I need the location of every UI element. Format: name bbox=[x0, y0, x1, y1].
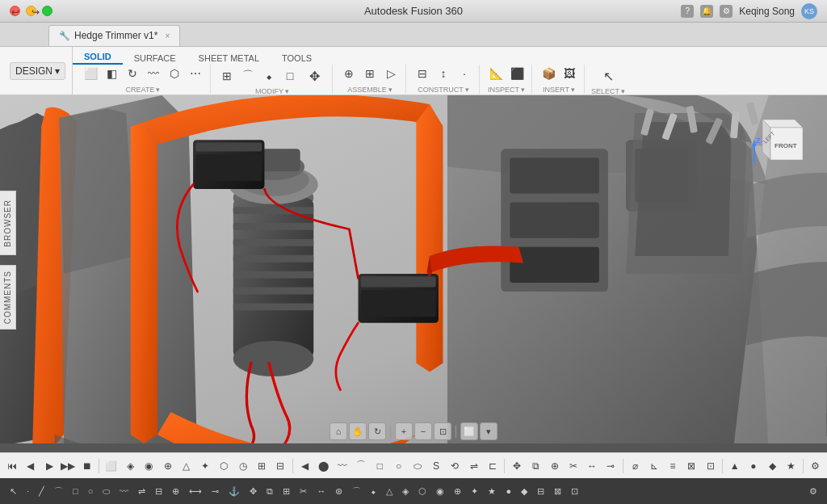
tab-solid[interactable]: SOLID bbox=[73, 50, 123, 65]
toolbar-icon-25[interactable]: ✂ bbox=[565, 457, 581, 475]
insert-mcmaster-button[interactable]: 📦 bbox=[539, 65, 558, 82]
status-icon-mirror[interactable]: ⇌ bbox=[135, 482, 149, 500]
help-icon[interactable]: ? bbox=[681, 5, 694, 18]
status-icon-extra9[interactable]: ◆ bbox=[518, 482, 531, 500]
fillet-button[interactable]: ⌒ bbox=[238, 67, 258, 85]
create-more-button[interactable]: ⋯ bbox=[186, 65, 205, 82]
status-icon-scale[interactable]: ⊞ bbox=[279, 482, 293, 500]
status-settings-button[interactable]: ⚙ bbox=[806, 482, 821, 500]
nav-display-chevron[interactable]: ▾ bbox=[480, 422, 497, 440]
sidebar-browser[interactable]: BROWSER bbox=[0, 191, 16, 255]
toolbar-icon-31[interactable]: ⊠ bbox=[683, 457, 700, 475]
toolbar-icon-36[interactable]: ★ bbox=[783, 457, 800, 475]
toolbar-icon-9[interactable]: ⊞ bbox=[253, 457, 270, 475]
shell-button[interactable]: □ bbox=[280, 67, 300, 85]
axis-button[interactable]: ↕ bbox=[434, 65, 453, 82]
measure-button[interactable]: 📐 bbox=[486, 65, 506, 82]
status-icon-extra11[interactable]: ⊠ bbox=[551, 482, 565, 500]
sidebar-comments[interactable]: COMMENTS bbox=[0, 265, 16, 330]
status-icon-extra2[interactable]: ◈ bbox=[399, 482, 412, 500]
status-icon-line[interactable]: ╱ bbox=[36, 482, 48, 500]
status-icon-point[interactable]: · bbox=[23, 482, 32, 500]
toolbar-icon-19[interactable]: ⟲ bbox=[447, 457, 464, 475]
toolbar-icon-14[interactable]: ⌒ bbox=[352, 457, 369, 475]
redo-button[interactable]: ↪ bbox=[27, 3, 44, 21]
extrude-button[interactable]: ◧ bbox=[102, 65, 121, 82]
move-modify-button[interactable]: ✥ bbox=[301, 65, 327, 87]
status-icon-extra8[interactable]: ● bbox=[502, 482, 514, 500]
revolve-button[interactable]: ↻ bbox=[123, 65, 142, 82]
nav-fit-button[interactable]: ⊡ bbox=[434, 422, 451, 440]
status-icon-rect[interactable]: □ bbox=[69, 482, 82, 500]
toolbar-icon-21[interactable]: ⊏ bbox=[484, 457, 501, 475]
settings-icon[interactable]: ⚙ bbox=[720, 5, 733, 18]
status-icon-extra1[interactable]: △ bbox=[383, 482, 396, 500]
nav-zoom-out-button[interactable]: − bbox=[414, 422, 432, 440]
toolbar-icon-4[interactable]: ⊕ bbox=[159, 457, 176, 475]
toolbar-icon-29[interactable]: ⊾ bbox=[645, 457, 662, 475]
rigid-group-button[interactable]: ⊞ bbox=[360, 65, 380, 82]
status-icon-arc[interactable]: ⌒ bbox=[51, 482, 66, 500]
chamfer-button[interactable]: ⬥ bbox=[259, 67, 279, 85]
toolbar-icon-17[interactable]: ⬭ bbox=[409, 457, 426, 475]
status-icon-circle[interactable]: ○ bbox=[85, 482, 97, 500]
toolbar-settings-button[interactable]: ⚙ bbox=[807, 457, 824, 475]
toolbar-icon-28[interactable]: ⌀ bbox=[627, 457, 644, 475]
insert-svg-button[interactable]: 🖼 bbox=[560, 65, 579, 82]
tab-close-button[interactable]: × bbox=[165, 32, 170, 40]
status-icon-extra12[interactable]: ⊡ bbox=[568, 482, 581, 500]
design-button[interactable]: DESIGN ▾ bbox=[10, 62, 65, 80]
sweep-button[interactable]: 〰 bbox=[144, 65, 163, 82]
loft-button[interactable]: ⬡ bbox=[165, 65, 184, 82]
viewport-3d[interactable]: BROWSER COMMENTS Z FRONT LEFT ⌂ ✋ ↻ + − bbox=[0, 95, 827, 452]
toolbar-icon-7[interactable]: ⬡ bbox=[216, 457, 233, 475]
tab-tools[interactable]: TOOLS bbox=[271, 52, 323, 65]
joint-button[interactable]: ⊕ bbox=[339, 65, 359, 82]
user-avatar[interactable]: KS bbox=[801, 3, 817, 19]
toolbar-icon-6[interactable]: ✦ bbox=[196, 457, 213, 475]
status-icon-cursor[interactable]: ↖ bbox=[6, 482, 20, 500]
nav-pan-button[interactable]: ✋ bbox=[349, 422, 367, 440]
status-icon-slot[interactable]: ⬭ bbox=[99, 482, 113, 500]
drive-joints-button[interactable]: ▷ bbox=[381, 65, 401, 82]
tab-surface[interactable]: SURFACE bbox=[123, 52, 187, 65]
tab-sheet-metal[interactable]: SHEET METAL bbox=[187, 52, 271, 65]
undo-button[interactable]: ↩ bbox=[6, 3, 24, 21]
status-icon-copy[interactable]: ⧉ bbox=[263, 482, 276, 500]
status-icon-move[interactable]: ✥ bbox=[246, 482, 260, 500]
toolbar-icon-8[interactable]: ◷ bbox=[234, 457, 251, 475]
status-icon-chamfer[interactable]: ⬥ bbox=[367, 482, 380, 500]
play-start-button[interactable]: ⏮ bbox=[3, 457, 20, 475]
nav-home-button[interactable]: ⌂ bbox=[330, 422, 347, 440]
toolbar-icon-33[interactable]: ▲ bbox=[726, 457, 743, 475]
toolbar-icon-10[interactable]: ⊟ bbox=[271, 457, 288, 475]
section-analysis-button[interactable]: ⬛ bbox=[507, 65, 527, 82]
viewcube[interactable]: Z FRONT LEFT bbox=[746, 107, 811, 172]
status-icon-extra3[interactable]: ⬡ bbox=[415, 482, 430, 500]
toolbar-icon-20[interactable]: ⇌ bbox=[465, 457, 482, 475]
toolbar-icon-32[interactable]: ⊡ bbox=[702, 457, 719, 475]
toolbar-icon-11[interactable]: ◀ bbox=[296, 457, 313, 475]
toolbar-icon-16[interactable]: ○ bbox=[390, 457, 407, 475]
status-icon-extra6[interactable]: ✦ bbox=[468, 482, 481, 500]
toolbar-icon-30[interactable]: ≡ bbox=[664, 457, 681, 475]
status-icon-trim[interactable]: ✂ bbox=[296, 482, 310, 500]
document-tab[interactable]: 🔧 Hedge Trimmer v1* × bbox=[48, 25, 180, 46]
play-button[interactable]: ▶ bbox=[41, 457, 58, 475]
toolbar-icon-27[interactable]: ⊸ bbox=[602, 457, 619, 475]
offset-plane-button[interactable]: ⊟ bbox=[413, 65, 432, 82]
new-component-button[interactable]: ⬜ bbox=[81, 65, 100, 82]
status-icon-fillet[interactable]: ⌒ bbox=[349, 482, 364, 500]
point-button[interactable]: · bbox=[455, 65, 474, 82]
nav-orbit-button[interactable]: ↻ bbox=[368, 422, 386, 440]
status-icon-offset[interactable]: ⊟ bbox=[152, 482, 166, 500]
play-end-button[interactable]: ⏹ bbox=[78, 457, 95, 475]
toolbar-icon-24[interactable]: ⊕ bbox=[546, 457, 563, 475]
nav-display-mode-button[interactable]: ⬜ bbox=[460, 422, 478, 440]
status-icon-extra5[interactable]: ⊕ bbox=[451, 482, 464, 500]
play-forward-button[interactable]: ▶▶ bbox=[60, 457, 77, 475]
status-icon-break[interactable]: ⊛ bbox=[332, 482, 346, 500]
toolbar-icon-1[interactable]: ⬜ bbox=[103, 457, 120, 475]
toolbar-icon-3[interactable]: ◉ bbox=[141, 457, 157, 475]
toolbar-icon-13[interactable]: 〰 bbox=[334, 457, 351, 475]
